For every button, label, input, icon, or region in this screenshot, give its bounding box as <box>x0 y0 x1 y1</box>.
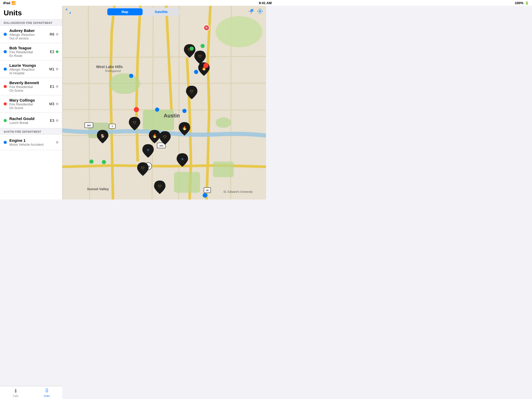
status-dot-red <box>4 85 7 88</box>
unit-type: Allergic Reaction <box>9 33 48 37</box>
map-svg[interactable]: West Lake Hills Rollingwood Austin Sunse… <box>62 6 266 200</box>
map-unit-dot-red <box>134 107 139 112</box>
unit-name: Mary Collings <box>9 98 47 102</box>
unit-item[interactable]: Engine 1 Motor Vehicle Accident <box>0 135 62 150</box>
svg-point-4 <box>216 117 231 128</box>
unit-name: Beverly Bennett <box>9 81 48 85</box>
unit-indicator-gray <box>56 141 58 144</box>
unit-right: E3 <box>50 118 58 123</box>
settings-button[interactable] <box>257 8 263 15</box>
unit-item[interactable]: Bob Teague Fire Residential En Route E2 <box>0 43 62 61</box>
unit-info: Mary Collings Fire Residential On Scene <box>9 98 47 110</box>
map-unit-dot <box>194 70 198 74</box>
svg-text:🛡: 🛡 <box>163 135 167 139</box>
unit-indicator-gray <box>56 33 58 36</box>
location-button[interactable] <box>248 8 254 15</box>
unit-code: E2 <box>50 50 54 54</box>
unit-name: Rachel Gould <box>9 116 48 121</box>
expand-button[interactable] <box>65 8 71 15</box>
unit-info: Beverly Bennett Fire Residential On Scen… <box>9 81 48 92</box>
svg-text:Sunset Valley: Sunset Valley <box>87 187 109 191</box>
unit-item[interactable]: Rachel Gould Lunch Break E3 <box>0 113 62 128</box>
unit-item[interactable]: Laurie Youngs Allergic Reaction At Hospi… <box>0 61 62 78</box>
svg-text:+: + <box>205 26 207 30</box>
map-unit-dot <box>129 74 133 78</box>
svg-point-6 <box>109 73 140 94</box>
map-unit-dot-green <box>102 160 106 164</box>
svg-text:🛡: 🛡 <box>190 89 194 94</box>
map-unit-dot <box>182 109 187 113</box>
status-dot-blue <box>4 50 7 53</box>
unit-right <box>56 141 58 144</box>
unit-indicator-gray <box>56 119 58 122</box>
unit-name: Aubrey Baker <box>9 28 48 33</box>
svg-text:🔥: 🔥 <box>182 126 187 130</box>
unit-code: M3 <box>49 102 54 106</box>
map-unit-dot <box>155 108 159 112</box>
unit-type: Lunch Break <box>9 121 48 125</box>
unit-info: Bob Teague Fire Residential En Route <box>9 46 48 58</box>
unit-code: E1 <box>50 84 54 89</box>
svg-text:✳: ✳ <box>147 148 150 152</box>
unit-status: At Hospital <box>9 71 47 75</box>
map-unit-dot-green <box>201 44 205 48</box>
map-unit-dot <box>203 193 207 198</box>
map-actions <box>248 8 263 15</box>
map-unit-dot-red <box>203 63 209 68</box>
svg-text:🐕: 🐕 <box>101 134 105 138</box>
unit-code: M1 <box>49 67 54 71</box>
unit-item[interactable]: Mary Collings Fire Residential On Scene … <box>0 95 62 113</box>
sidebar: Units ROLLINGWOOD FIRE DEPARTMENT Aubrey… <box>0 6 62 200</box>
unit-type: Allergic Reaction <box>9 68 47 71</box>
unit-indicator-gray <box>56 85 58 88</box>
unit-right: E2 <box>50 50 58 54</box>
status-bar: iPad 📶 9:41 AM 100% 🔋 <box>0 0 266 6</box>
svg-text:🔥: 🔥 <box>152 134 157 138</box>
device-label: iPad <box>3 1 10 5</box>
unit-status: On Scene <box>9 89 48 92</box>
unit-status: En Route <box>9 54 48 58</box>
svg-text:🛡: 🛡 <box>158 184 162 188</box>
unit-indicator-gray <box>56 103 58 105</box>
svg-text:1: 1 <box>111 125 113 128</box>
svg-text:🛡: 🛡 <box>198 54 202 58</box>
unit-info: Aubrey Baker Allergic Reaction Out of se… <box>9 28 48 40</box>
svg-point-3 <box>216 16 262 47</box>
svg-text:West Lake Hills: West Lake Hills <box>96 65 123 69</box>
unit-item[interactable]: Beverly Bennett Fire Residential On Scen… <box>0 78 62 95</box>
unit-type: Motor Vehicle Accident <box>9 143 54 147</box>
map-topbar: Map Satellite <box>62 6 266 18</box>
segment-control[interactable]: Map Satellite <box>107 8 179 16</box>
svg-text:🛡: 🛡 <box>141 166 145 170</box>
svg-text:St. Edward's University: St. Edward's University <box>223 190 253 193</box>
unit-indicator-green <box>56 50 58 53</box>
map-tab[interactable]: Map <box>107 8 143 15</box>
unit-list-scroll[interactable]: ROLLINGWOOD FIRE DEPARTMENT Aubrey Baker… <box>0 19 62 187</box>
status-time: 9:41 AM <box>259 1 266 5</box>
svg-text:Rollingwood: Rollingwood <box>105 69 121 72</box>
svg-rect-5 <box>213 162 234 177</box>
svg-text:Austin: Austin <box>164 113 180 118</box>
unit-type: Fire Residential <box>9 50 48 54</box>
sidebar-title: Units <box>4 9 58 17</box>
map-unit-dot-green <box>89 159 94 164</box>
unit-item[interactable]: Aubrey Baker Allergic Reaction Out of se… <box>0 26 62 43</box>
unit-type: Fire Residential <box>9 102 47 106</box>
satellite-tab[interactable]: Satellite <box>144 8 179 15</box>
map-area[interactable]: Map Satellite <box>62 6 266 200</box>
unit-name: Laurie Youngs <box>9 63 47 68</box>
svg-text:35: 35 <box>206 189 209 192</box>
unit-status: On Scene <box>9 106 47 110</box>
unit-right: M3 <box>49 102 58 106</box>
unit-name: Engine 1 <box>9 138 54 143</box>
unit-right: E1 <box>50 84 58 89</box>
unit-right: M1 <box>49 67 58 71</box>
unit-info: Rachel Gould Lunch Break <box>9 116 48 125</box>
unit-right: R6 <box>50 32 58 36</box>
unit-indicator-gray <box>56 68 58 70</box>
svg-text:343: 343 <box>159 144 163 147</box>
unit-code: R6 <box>50 32 54 36</box>
section-rollingwood: ROLLINGWOOD FIRE DEPARTMENT <box>0 19 62 26</box>
wifi-icon: 📶 <box>11 1 16 5</box>
status-dot-blue <box>4 33 7 36</box>
